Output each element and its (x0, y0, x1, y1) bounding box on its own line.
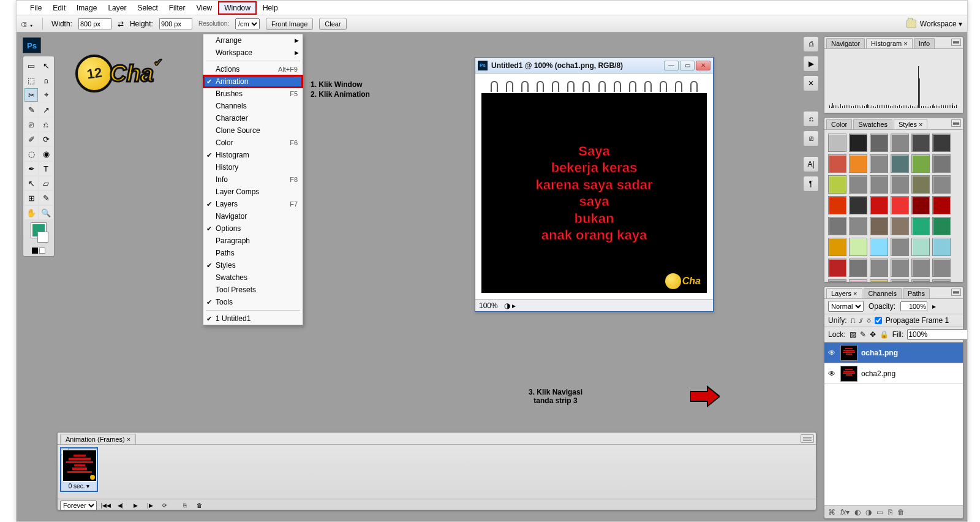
style-swatch[interactable] (849, 175, 867, 194)
lock-pixels-icon[interactable]: ✎ (860, 330, 866, 339)
panel-menu-icon[interactable] (951, 39, 961, 46)
style-swatch[interactable] (911, 196, 930, 214)
style-swatch[interactable] (891, 238, 909, 256)
adjustment-layer-icon[interactable]: ◑ (865, 508, 872, 516)
style-swatch[interactable] (870, 279, 888, 282)
style-swatch[interactable] (891, 196, 909, 214)
tool-button[interactable]: ✒ (24, 162, 38, 175)
tool-button[interactable]: ↖ (39, 59, 53, 72)
window-menu-character[interactable]: Character (203, 112, 303, 124)
style-swatch[interactable] (849, 217, 867, 235)
tool-button[interactable]: ⟳ (39, 132, 53, 146)
style-swatch[interactable] (828, 154, 846, 173)
tool-button[interactable]: ⩍ (39, 74, 53, 87)
tool-button[interactable]: ✐ (24, 132, 38, 146)
info-tab[interactable]: Info (914, 38, 935, 48)
dock-icon-6[interactable]: A| (803, 156, 819, 172)
channels-tab[interactable]: Channels (864, 288, 902, 298)
layer-mask-icon[interactable]: ◐ (854, 508, 861, 516)
style-swatch[interactable] (911, 217, 930, 235)
loop-select[interactable]: Forever (60, 501, 97, 510)
window-menu-tool-presets[interactable]: Tool Presets (203, 284, 303, 296)
tool-button[interactable]: ⌖ (39, 88, 53, 102)
play-button[interactable]: ▶ (130, 501, 141, 510)
style-swatch[interactable] (849, 238, 867, 256)
layer-row[interactable]: 👁ocha2.png (824, 363, 963, 384)
tool-button[interactable]: ✋ (24, 206, 38, 219)
animation-panel-menu-icon[interactable] (801, 434, 814, 443)
style-swatch[interactable] (891, 217, 909, 235)
style-swatch[interactable] (828, 238, 846, 256)
unit-select[interactable]: /cm (235, 18, 260, 29)
group-icon[interactable]: ▭ (876, 508, 883, 516)
delete-frame-button[interactable]: 🗑 (194, 501, 205, 510)
window-menu-animation[interactable]: ✔Animation (203, 75, 303, 88)
opacity-input[interactable] (900, 301, 927, 311)
style-swatch[interactable] (870, 196, 888, 214)
maximize-button[interactable]: ▭ (680, 61, 695, 70)
style-swatch[interactable] (891, 279, 909, 282)
layer-row[interactable]: 👁ocha1.png (824, 342, 963, 363)
dock-icon-7[interactable]: ¶ (803, 176, 819, 192)
style-swatch[interactable] (932, 154, 951, 173)
window-menu-actions[interactable]: ActionsAlt+F9 (203, 63, 303, 75)
window-menu-navigator[interactable]: Navigator (203, 210, 303, 222)
style-swatch[interactable] (828, 279, 846, 282)
unify-icon[interactable]: ⎍ (851, 316, 855, 325)
menu-select[interactable]: Select (132, 2, 162, 13)
dock-icon-4[interactable]: ⎌ (803, 111, 819, 127)
style-swatch[interactable] (870, 259, 888, 277)
visibility-icon[interactable]: 👁 (827, 349, 837, 357)
minimize-button[interactable]: — (664, 61, 679, 70)
menu-file[interactable]: File (25, 2, 47, 13)
tool-button[interactable]: ⎚ (24, 118, 38, 131)
height-input[interactable] (159, 18, 192, 29)
swap-icon[interactable]: ⇄ (118, 20, 124, 28)
layer-fx-icon[interactable]: fx▾ (840, 508, 850, 516)
new-layer-icon[interactable]: ⎘ (888, 508, 892, 516)
tool-button[interactable]: ✎ (24, 103, 38, 116)
tool-button[interactable]: ✂ (24, 88, 38, 102)
style-swatch[interactable] (849, 134, 867, 152)
animation-frame-1[interactable]: 1 0 sec. ▾ (60, 447, 98, 492)
style-swatch[interactable] (828, 196, 846, 214)
background-color[interactable] (37, 232, 48, 243)
next-frame-button[interactable]: |▶ (145, 501, 156, 510)
tool-button[interactable]: ▭ (24, 59, 38, 72)
menu-filter[interactable]: Filter (164, 2, 190, 13)
menu-edit[interactable]: Edit (48, 2, 70, 13)
close-button[interactable]: ✕ (696, 61, 710, 70)
window-menu-paragraph[interactable]: Paragraph (203, 235, 303, 247)
dock-icon-1[interactable]: ⎙ (803, 36, 819, 52)
window-menu-info[interactable]: InfoF8 (203, 173, 303, 186)
panel-menu-icon[interactable] (951, 289, 961, 296)
style-swatch[interactable] (891, 259, 909, 277)
window-menu-channels[interactable]: Channels (203, 100, 303, 112)
link-layers-icon[interactable]: ⌘ (828, 508, 835, 516)
window-menu-brushes[interactable]: BrushesF5 (203, 88, 303, 100)
doc-info-icon[interactable]: ◑ ▸ (504, 301, 516, 310)
canvas[interactable]: Saya bekerja keras karena saya sadar say… (480, 92, 708, 294)
style-swatch[interactable] (911, 259, 930, 277)
dock-icon-3[interactable]: ✕ (803, 75, 819, 91)
style-swatch[interactable] (870, 175, 888, 194)
lock-position-icon[interactable]: ✥ (870, 330, 876, 339)
style-swatch[interactable] (911, 134, 930, 152)
tool-button[interactable]: ⎌ (39, 118, 53, 131)
propagate-checkbox[interactable] (875, 317, 882, 324)
animation-tab[interactable]: Animation (Frames) × (60, 434, 136, 444)
tool-button[interactable]: ⊞ (24, 191, 38, 205)
style-swatch[interactable] (932, 134, 951, 152)
style-swatch[interactable] (932, 217, 951, 235)
styles-tab[interactable]: Styles × (894, 119, 927, 129)
style-swatch[interactable] (870, 134, 888, 152)
style-swatch[interactable] (828, 175, 846, 194)
style-swatch[interactable] (911, 279, 930, 282)
window-menu-styles[interactable]: ✔Styles (203, 259, 303, 271)
clear-button[interactable]: Clear (319, 18, 346, 30)
style-swatch[interactable] (932, 259, 951, 277)
front-image-button[interactable]: Front Image (266, 18, 313, 30)
style-swatch[interactable] (932, 175, 951, 194)
window-menu-swatches[interactable]: Swatches (203, 271, 303, 284)
window-menu-1-untitled1[interactable]: ✔1 Untitled1 (203, 312, 303, 325)
